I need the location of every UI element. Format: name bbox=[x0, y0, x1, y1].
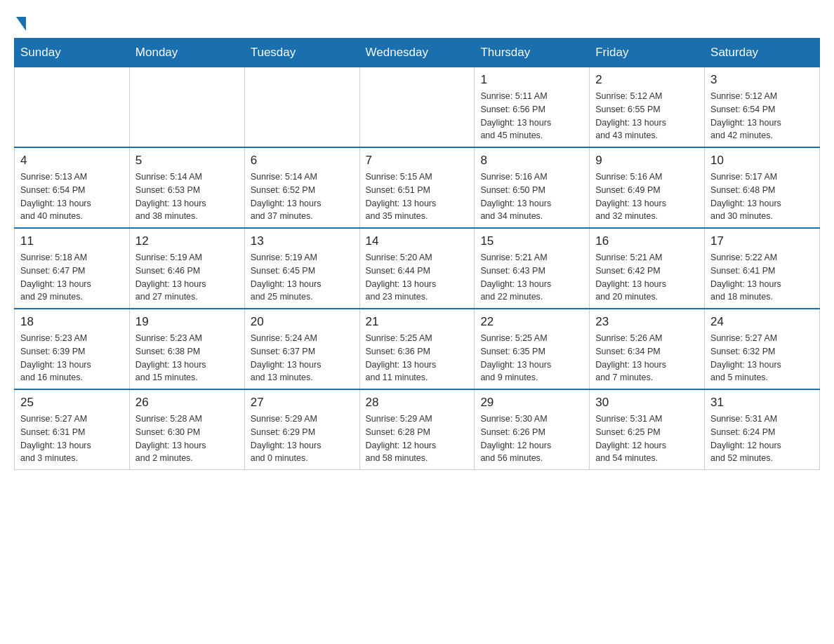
day-info: Sunrise: 5:28 AMSunset: 6:30 PMDaylight:… bbox=[135, 412, 239, 465]
column-header-friday: Friday bbox=[590, 39, 705, 67]
day-number: 22 bbox=[480, 315, 583, 329]
day-number: 23 bbox=[595, 315, 699, 329]
day-number: 14 bbox=[366, 234, 469, 248]
column-header-monday: Monday bbox=[129, 39, 244, 67]
calendar-week-row: 1Sunrise: 5:11 AMSunset: 6:56 PMDaylight… bbox=[15, 67, 820, 148]
calendar-day-cell: 25Sunrise: 5:27 AMSunset: 6:31 PMDayligh… bbox=[15, 389, 130, 470]
calendar-day-cell: 22Sunrise: 5:25 AMSunset: 6:35 PMDayligh… bbox=[475, 309, 590, 389]
day-number: 18 bbox=[20, 315, 124, 329]
calendar-day-cell: 5Sunrise: 5:14 AMSunset: 6:53 PMDaylight… bbox=[129, 147, 244, 228]
day-info: Sunrise: 5:30 AMSunset: 6:26 PMDaylight:… bbox=[480, 412, 583, 465]
day-info: Sunrise: 5:20 AMSunset: 6:44 PMDaylight:… bbox=[366, 251, 469, 304]
day-number: 20 bbox=[251, 315, 354, 329]
day-info: Sunrise: 5:17 AMSunset: 6:48 PMDaylight:… bbox=[710, 170, 814, 223]
day-info: Sunrise: 5:23 AMSunset: 6:39 PMDaylight:… bbox=[20, 332, 124, 384]
day-number: 24 bbox=[710, 315, 814, 329]
day-number: 2 bbox=[595, 73, 699, 87]
day-info: Sunrise: 5:25 AMSunset: 6:36 PMDaylight:… bbox=[366, 332, 469, 384]
calendar-day-cell: 7Sunrise: 5:15 AMSunset: 6:51 PMDaylight… bbox=[359, 147, 475, 228]
calendar-day-cell: 8Sunrise: 5:16 AMSunset: 6:50 PMDaylight… bbox=[475, 147, 590, 228]
calendar-table: SundayMondayTuesdayWednesdayThursdayFrid… bbox=[14, 38, 820, 470]
day-number: 5 bbox=[135, 154, 239, 168]
day-number: 26 bbox=[135, 396, 239, 410]
calendar-day-cell: 16Sunrise: 5:21 AMSunset: 6:42 PMDayligh… bbox=[590, 228, 705, 309]
day-number: 1 bbox=[480, 73, 583, 87]
day-number: 28 bbox=[366, 396, 469, 410]
calendar-day-cell: 23Sunrise: 5:26 AMSunset: 6:34 PMDayligh… bbox=[590, 309, 705, 389]
day-number: 9 bbox=[595, 154, 699, 168]
day-info: Sunrise: 5:27 AMSunset: 6:31 PMDaylight:… bbox=[20, 412, 124, 465]
day-info: Sunrise: 5:26 AMSunset: 6:34 PMDaylight:… bbox=[595, 332, 699, 384]
calendar-day-cell: 10Sunrise: 5:17 AMSunset: 6:48 PMDayligh… bbox=[705, 147, 820, 228]
calendar-day-cell: 3Sunrise: 5:12 AMSunset: 6:54 PMDaylight… bbox=[705, 67, 820, 148]
day-info: Sunrise: 5:16 AMSunset: 6:49 PMDaylight:… bbox=[595, 170, 699, 223]
day-info: Sunrise: 5:29 AMSunset: 6:29 PMDaylight:… bbox=[251, 412, 354, 465]
day-number: 12 bbox=[135, 234, 239, 248]
calendar-week-row: 11Sunrise: 5:18 AMSunset: 6:47 PMDayligh… bbox=[15, 228, 820, 309]
day-info: Sunrise: 5:19 AMSunset: 6:45 PMDaylight:… bbox=[251, 251, 354, 304]
day-number: 17 bbox=[710, 234, 814, 248]
logo bbox=[14, 14, 42, 31]
calendar-day-cell bbox=[244, 67, 359, 148]
day-number: 21 bbox=[366, 315, 469, 329]
day-info: Sunrise: 5:15 AMSunset: 6:51 PMDaylight:… bbox=[366, 170, 469, 223]
calendar-day-cell: 17Sunrise: 5:22 AMSunset: 6:41 PMDayligh… bbox=[705, 228, 820, 309]
day-number: 16 bbox=[595, 234, 699, 248]
day-number: 29 bbox=[480, 396, 583, 410]
calendar-day-cell: 19Sunrise: 5:23 AMSunset: 6:38 PMDayligh… bbox=[129, 309, 244, 389]
calendar-day-cell: 24Sunrise: 5:27 AMSunset: 6:32 PMDayligh… bbox=[705, 309, 820, 389]
day-info: Sunrise: 5:13 AMSunset: 6:54 PMDaylight:… bbox=[20, 170, 124, 223]
calendar-day-cell: 18Sunrise: 5:23 AMSunset: 6:39 PMDayligh… bbox=[15, 309, 130, 389]
calendar-day-cell: 14Sunrise: 5:20 AMSunset: 6:44 PMDayligh… bbox=[359, 228, 475, 309]
calendar-day-cell: 21Sunrise: 5:25 AMSunset: 6:36 PMDayligh… bbox=[359, 309, 475, 389]
calendar-day-cell: 30Sunrise: 5:31 AMSunset: 6:25 PMDayligh… bbox=[590, 389, 705, 470]
day-number: 25 bbox=[20, 396, 124, 410]
calendar-day-cell: 12Sunrise: 5:19 AMSunset: 6:46 PMDayligh… bbox=[129, 228, 244, 309]
day-info: Sunrise: 5:19 AMSunset: 6:46 PMDaylight:… bbox=[135, 251, 239, 304]
calendar-week-row: 18Sunrise: 5:23 AMSunset: 6:39 PMDayligh… bbox=[15, 309, 820, 389]
calendar-day-cell bbox=[359, 67, 475, 148]
column-header-wednesday: Wednesday bbox=[359, 39, 475, 67]
day-number: 3 bbox=[710, 73, 814, 87]
day-info: Sunrise: 5:14 AMSunset: 6:53 PMDaylight:… bbox=[135, 170, 239, 223]
day-number: 11 bbox=[20, 234, 124, 248]
calendar-day-cell: 2Sunrise: 5:12 AMSunset: 6:55 PMDaylight… bbox=[590, 67, 705, 148]
day-info: Sunrise: 5:24 AMSunset: 6:37 PMDaylight:… bbox=[251, 332, 354, 384]
calendar-week-row: 4Sunrise: 5:13 AMSunset: 6:54 PMDaylight… bbox=[15, 147, 820, 228]
day-info: Sunrise: 5:25 AMSunset: 6:35 PMDaylight:… bbox=[480, 332, 583, 384]
column-header-thursday: Thursday bbox=[475, 39, 590, 67]
day-info: Sunrise: 5:23 AMSunset: 6:38 PMDaylight:… bbox=[135, 332, 239, 384]
day-number: 19 bbox=[135, 315, 239, 329]
day-info: Sunrise: 5:16 AMSunset: 6:50 PMDaylight:… bbox=[480, 170, 583, 223]
column-header-tuesday: Tuesday bbox=[244, 39, 359, 67]
calendar-day-cell bbox=[129, 67, 244, 148]
page-header bbox=[14, 14, 820, 31]
calendar-day-cell bbox=[15, 67, 130, 148]
day-number: 7 bbox=[366, 154, 469, 168]
calendar-day-cell: 27Sunrise: 5:29 AMSunset: 6:29 PMDayligh… bbox=[244, 389, 359, 470]
calendar-day-cell: 26Sunrise: 5:28 AMSunset: 6:30 PMDayligh… bbox=[129, 389, 244, 470]
day-number: 13 bbox=[251, 234, 354, 248]
day-number: 27 bbox=[251, 396, 354, 410]
calendar-header-row: SundayMondayTuesdayWednesdayThursdayFrid… bbox=[15, 39, 820, 67]
calendar-day-cell: 11Sunrise: 5:18 AMSunset: 6:47 PMDayligh… bbox=[15, 228, 130, 309]
day-info: Sunrise: 5:29 AMSunset: 6:28 PMDaylight:… bbox=[366, 412, 469, 465]
column-header-sunday: Sunday bbox=[15, 39, 130, 67]
calendar-day-cell: 29Sunrise: 5:30 AMSunset: 6:26 PMDayligh… bbox=[475, 389, 590, 470]
calendar-day-cell: 15Sunrise: 5:21 AMSunset: 6:43 PMDayligh… bbox=[475, 228, 590, 309]
day-number: 31 bbox=[710, 396, 814, 410]
day-number: 8 bbox=[480, 154, 583, 168]
day-info: Sunrise: 5:31 AMSunset: 6:25 PMDaylight:… bbox=[595, 412, 699, 465]
calendar-day-cell: 4Sunrise: 5:13 AMSunset: 6:54 PMDaylight… bbox=[15, 147, 130, 228]
day-info: Sunrise: 5:11 AMSunset: 6:56 PMDaylight:… bbox=[480, 90, 583, 142]
day-info: Sunrise: 5:31 AMSunset: 6:24 PMDaylight:… bbox=[710, 412, 814, 465]
calendar-day-cell: 9Sunrise: 5:16 AMSunset: 6:49 PMDaylight… bbox=[590, 147, 705, 228]
day-info: Sunrise: 5:27 AMSunset: 6:32 PMDaylight:… bbox=[710, 332, 814, 384]
day-number: 30 bbox=[595, 396, 699, 410]
calendar-day-cell: 1Sunrise: 5:11 AMSunset: 6:56 PMDaylight… bbox=[475, 67, 590, 148]
calendar-day-cell: 28Sunrise: 5:29 AMSunset: 6:28 PMDayligh… bbox=[359, 389, 475, 470]
day-info: Sunrise: 5:12 AMSunset: 6:55 PMDaylight:… bbox=[595, 90, 699, 142]
day-info: Sunrise: 5:21 AMSunset: 6:42 PMDaylight:… bbox=[595, 251, 699, 304]
day-info: Sunrise: 5:21 AMSunset: 6:43 PMDaylight:… bbox=[480, 251, 583, 304]
day-info: Sunrise: 5:12 AMSunset: 6:54 PMDaylight:… bbox=[710, 90, 814, 142]
